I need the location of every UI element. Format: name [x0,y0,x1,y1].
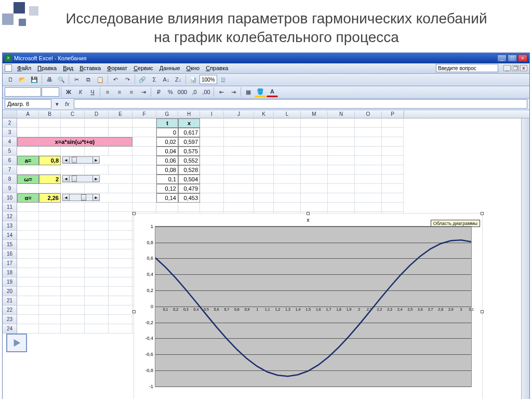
cell-A20[interactable] [17,287,39,296]
cell-B24[interactable] [39,324,61,334]
col-header-J[interactable]: J [224,111,254,117]
menu-Сервис[interactable]: Сервис [130,64,156,72]
cell-K8[interactable] [254,175,274,184]
cell-A24[interactable] [17,324,39,334]
cell-D15[interactable] [85,240,109,249]
merge-icon[interactable]: ⇥ [138,87,149,97]
cell-L11[interactable] [274,203,301,212]
cell-P4[interactable] [382,137,404,147]
cell-K7[interactable] [254,165,274,175]
cell-D24[interactable] [85,324,109,334]
cell-A16[interactable] [17,249,39,259]
cell-N4[interactable] [328,137,355,147]
cell-K6[interactable] [254,156,274,165]
redo-icon[interactable]: ↷ [122,74,133,85]
cut-icon[interactable]: ✂ [71,74,82,85]
cell-M3[interactable] [301,128,328,137]
cell-H6[interactable]: 0,552 [178,156,200,165]
cell-E22[interactable] [109,305,132,315]
cell-G7[interactable]: 0,08 [156,165,178,175]
cell-A19[interactable] [17,277,39,287]
cell-D3[interactable] [85,128,109,137]
cell-P8[interactable] [382,175,404,184]
cell-M9[interactable] [301,184,328,193]
cell-O3[interactable] [355,128,382,137]
cell-C10[interactable]: ◄► [61,193,132,203]
cell-P10[interactable] [382,193,404,203]
cell-B14[interactable] [39,231,61,240]
col-header-O[interactable]: O [355,111,382,117]
cell-K4[interactable] [254,137,274,147]
cell-B5[interactable] [39,147,61,156]
cell-L2[interactable] [274,118,301,128]
cell-C18[interactable] [61,268,85,277]
cell-B17[interactable] [39,259,61,268]
cell-O7[interactable] [355,165,382,175]
help-search-input[interactable] [436,64,498,72]
select-all-corner[interactable] [3,110,17,118]
play-button[interactable] [6,334,27,352]
cell-P11[interactable] [382,203,404,212]
col-header-L[interactable]: L [274,111,301,117]
cell-L4[interactable] [274,137,301,147]
cell-H5[interactable]: 0,575 [178,147,200,156]
cell-P3[interactable] [382,128,404,137]
cell-C2[interactable] [61,118,85,128]
menu-Вид[interactable]: Вид [60,64,76,72]
cell-B18[interactable] [39,268,61,277]
cell-D13[interactable] [85,221,109,231]
cell-O5[interactable] [355,147,382,156]
bold-icon[interactable]: Ж [63,87,74,97]
row-header-18[interactable]: 18 [3,268,17,277]
cell-J11[interactable] [224,203,254,212]
cell-O8[interactable] [355,175,382,184]
cell-O9[interactable] [355,184,382,193]
col-header-E[interactable]: E [109,111,132,117]
cell-K9[interactable] [254,184,274,193]
cell-L10[interactable] [274,193,301,203]
italic-icon[interactable]: К [75,87,86,97]
formula-input[interactable] [74,99,527,109]
doc-close-button[interactable]: × [520,65,527,71]
cell-A4[interactable]: x=a*sin(ω*t+α) [17,137,132,147]
cell-C23[interactable] [61,315,85,324]
row-header-6[interactable]: 6 [3,156,17,165]
menu-Файл[interactable]: Файл [14,64,34,72]
cell-F3[interactable] [132,128,156,137]
cell-E2[interactable] [109,118,132,128]
align-left-icon[interactable]: ≡ [102,87,113,97]
cell-M10[interactable] [301,193,328,203]
cell-N3[interactable] [328,128,355,137]
cell-A14[interactable] [17,231,39,240]
cell-E24[interactable] [109,324,132,334]
menu-Справка[interactable]: Справка [203,64,231,72]
cell-L9[interactable] [274,184,301,193]
col-header-B[interactable]: B [39,111,61,117]
cell-G3[interactable]: 0 [156,128,178,137]
cell-N11[interactable] [328,203,355,212]
cell-D21[interactable] [85,296,109,305]
cell-I7[interactable] [200,165,224,175]
cell-F11[interactable] [132,203,156,212]
cell-C14[interactable] [61,231,85,240]
cell-I11[interactable] [200,203,224,212]
cell-A8[interactable]: ω= [17,175,39,184]
cell-C8[interactable]: ◄► [61,175,132,184]
slider-right-icon[interactable]: ► [92,194,100,201]
new-icon[interactable]: 🗋 [5,74,16,85]
cell-C6[interactable]: ◄► [61,156,132,165]
cell-O2[interactable] [355,118,382,128]
cell-G10[interactable]: 0,14 [156,193,178,203]
cell-N5[interactable] [328,147,355,156]
cell-H8[interactable]: 0,504 [178,175,200,184]
cell-P2[interactable] [382,118,404,128]
cell-B11[interactable] [39,203,61,212]
slider-left-icon[interactable]: ◄ [62,194,70,201]
col-header-A[interactable]: A [17,111,39,117]
cell-A9[interactable] [17,184,39,193]
cell-G8[interactable]: 0,1 [156,175,178,184]
cell-I6[interactable] [200,156,224,165]
cell-B21[interactable] [39,296,61,305]
col-header-F[interactable]: F [132,111,156,117]
cell-B13[interactable] [39,221,61,231]
